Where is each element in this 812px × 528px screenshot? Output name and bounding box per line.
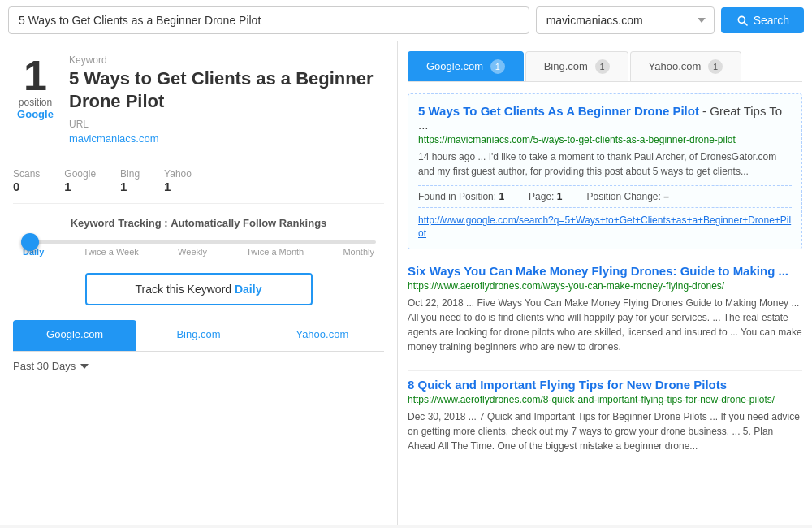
tab-google-bottom[interactable]: Google.com [13,320,136,351]
tab-bing-bottom[interactable]: Bing.com [136,320,260,351]
position-block: 1 position Google Keyword 5 Ways to Get … [13,54,384,145]
position-number: 1 [13,54,58,97]
engine-tabs-bottom: Google.com Bing.com Yahoo.com [13,320,384,352]
slider-option-weekly[interactable]: Weekly [178,247,207,257]
result-meta-change: Position Change: – [586,191,668,202]
top-bar: mavicmaniacs.com Search [0,0,812,41]
left-panel: 1 position Google Keyword 5 Ways to Get … [0,41,398,525]
track-btn-highlight: Daily [235,283,261,296]
slider-track[interactable] [21,240,376,244]
position-number-block: 1 position Google [13,54,58,120]
divider-1 [13,158,384,158]
result-url-1[interactable]: https://mavicmaniacs.com/5-ways-to-get-c… [418,134,792,145]
tracking-label: Keyword Tracking : Automatically Follow … [13,217,384,229]
bing-tab-badge: 1 [595,59,610,74]
search-icon [736,14,749,27]
stats-row: Scans 0 Google 1 Bing 1 Yahoo 1 [13,168,384,193]
divider-2 [13,203,384,204]
result-title-2[interactable]: Six Ways You Can Make Money Flying Drone… [408,264,802,278]
result-desc-3: Dec 30, 2018 ... 7 Quick and Important T… [408,409,802,453]
position-engine: Google [13,108,58,120]
engine-tabs-top: Google.com 1 Bing.com 1 Yahoo.com 1 [408,51,802,82]
past-days-label: Past 30 Days [13,360,76,372]
stat-yahoo: Yahoo 1 [164,168,192,193]
search-button[interactable]: Search [721,7,804,33]
past-days-selector[interactable]: Past 30 Days [13,360,384,372]
tab-bing-top[interactable]: Bing.com 1 [525,51,628,81]
stat-google: Google 1 [64,168,96,193]
slider-thumb[interactable] [21,233,39,251]
result-title-3[interactable]: 8 Quick and Important Flying Tips for Ne… [408,378,802,392]
keyword-section-label: Keyword [69,54,384,66]
chevron-down-icon [80,362,89,370]
slider-option-monthly[interactable]: Monthly [343,247,374,257]
result-meta-1: Found in Position: 1 Page: 1 Position Ch… [418,185,792,208]
slider-option-twice-month[interactable]: Twice a Month [246,247,304,257]
tracking-section: Keyword Tracking : Automatically Follow … [13,217,384,305]
main-layout: 1 position Google Keyword 5 Ways to Get … [0,41,812,525]
keyword-search-input[interactable] [8,6,529,34]
result-desc-2: Oct 22, 2018 ... Five Ways You Can Make … [408,296,802,354]
slider-option-twice-week[interactable]: Twice a Week [84,247,139,257]
keyword-title: 5 Ways to Get Clients as a Beginner Dron… [69,67,384,112]
tab-google-top[interactable]: Google.com 1 [408,51,524,81]
domain-select[interactable]: mavicmaniacs.com [536,6,715,34]
result-meta-position: Found in Position: 1 [418,191,504,202]
url-link[interactable]: mavicmaniacs.com [69,132,159,145]
track-btn-prefix: Track this Keyword [136,283,235,296]
result-url-3[interactable]: https://www.aeroflydrones.com/8-quick-an… [408,394,802,405]
slider-options: Daily Twice a Week Weekly Twice a Month … [21,247,376,257]
slider-container[interactable]: Daily Twice a Week Weekly Twice a Month … [21,240,376,257]
position-label: position [13,97,58,108]
stat-scans: Scans 0 [13,168,40,193]
track-keyword-button[interactable]: Track this Keyword Daily [85,273,313,305]
google-tab-badge: 1 [490,59,505,74]
result-title-suffix-1: - Great Tips To ... [418,104,782,132]
stat-bing: Bing 1 [120,168,140,193]
result-card-3: 8 Quick and Important Flying Tips for Ne… [408,374,802,470]
keyword-block: Keyword 5 Ways to Get Clients as a Begin… [69,54,384,145]
result-card-2: Six Ways You Can Make Money Flying Drone… [408,261,802,371]
tab-yahoo-top[interactable]: Yahoo.com 1 [630,51,741,81]
result-url-2[interactable]: https://www.aeroflydrones.com/ways-you-c… [408,280,802,292]
yahoo-tab-badge: 1 [708,59,723,74]
result-meta-page: Page: 1 [529,191,562,202]
result-search-link-1[interactable]: http://www.google.com/search?q=5+Ways+to… [418,214,791,239]
url-section-label: URL [69,119,384,130]
tab-yahoo-bottom[interactable]: Yahoo.com [261,320,384,351]
right-panel: Google.com 1 Bing.com 1 Yahoo.com 1 5 Wa… [398,41,812,525]
result-card-1: 5 Ways To Get Clients As A Beginner Dron… [408,93,802,249]
result-title-1[interactable]: 5 Ways To Get Clients As A Beginner Dron… [418,104,792,132]
result-desc-1: 14 hours ago ... I'd like to take a mome… [418,149,792,179]
